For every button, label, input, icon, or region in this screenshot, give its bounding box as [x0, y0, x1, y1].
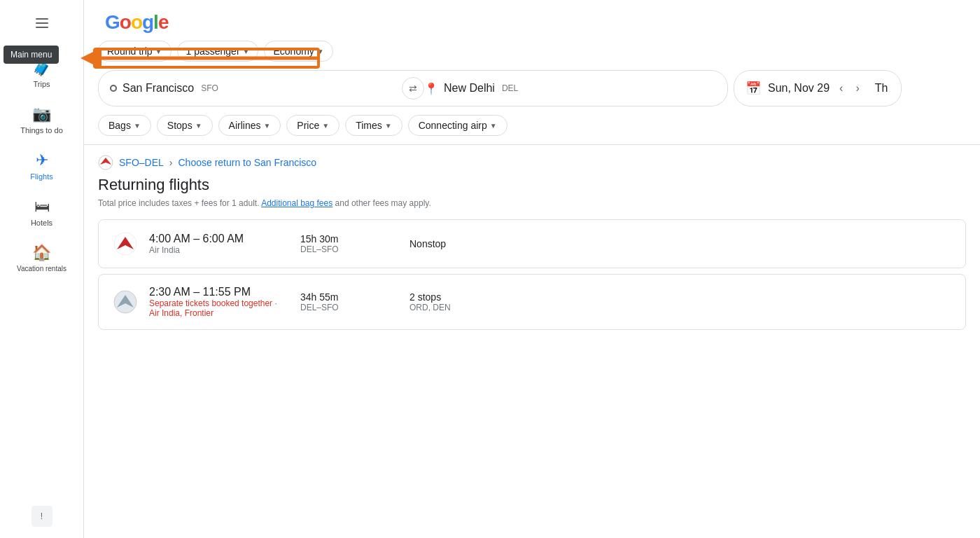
sidebar-item-vacation-rentals[interactable]: 🏠 Vacation rentals [4, 237, 79, 280]
sidebar-item-label-trips: Trips [33, 80, 50, 88]
search-row: San Francisco SFO ⇄ 📍 New Delhi DEL 📅 Su… [98, 70, 966, 106]
flight-2-stops-section: 2 stops ORD, DEN [410, 291, 493, 312]
flight-card-2[interactable]: 2:30 AM – 11:55 PM Separate tickets book… [98, 274, 966, 330]
search-box[interactable]: San Francisco SFO ⇄ 📍 New Delhi DEL [98, 70, 728, 106]
flight-2-route: DEL–SFO [300, 303, 398, 312]
trip-type-chevron: ▼ [155, 48, 162, 55]
origin-code: SFO [201, 83, 218, 93]
passengers-label: 1 passenger [186, 46, 240, 57]
flight-2-duration-section: 34h 55m DEL–SFO [300, 291, 398, 312]
flight-1-time-range: 4:00 AM – 6:00 AM [149, 233, 289, 245]
feedback-button[interactable]: ! [31, 506, 52, 527]
price-label: Price [297, 120, 319, 131]
cabin-class-button[interactable]: Economy ▼ [264, 41, 332, 62]
calendar-icon: 📅 [746, 81, 761, 96]
stops-filter-button[interactable]: Stops ▼ [157, 115, 213, 136]
cabin-class-chevron: ▼ [317, 48, 324, 55]
sidebar-item-label-things-to-do: Things to do [20, 126, 63, 134]
main-content: Google Round trip ▼ 1 passenger ▼ Econom… [84, 0, 980, 538]
flight-1-route: DEL–SFO [300, 244, 398, 254]
swap-icon: ⇄ [409, 83, 417, 94]
breadcrumb-next-link[interactable]: Choose return to San Francisco [178, 157, 316, 168]
times-filter-button[interactable]: Times ▼ [345, 115, 402, 136]
sidebar-item-label-flights: Flights [30, 172, 52, 181]
flight-1-stops: Nonstop [410, 238, 493, 249]
date-prev-button[interactable]: ‹ [836, 81, 846, 96]
airlines-label: Airlines [229, 120, 261, 131]
results-subtitle-text: Total price includes taxes + fees for 1 … [98, 198, 259, 208]
sidebar-item-flights[interactable]: ✈ Flights [4, 144, 79, 188]
airlines-filter-button[interactable]: Airlines ▼ [218, 115, 281, 136]
breadcrumb-route-link[interactable]: SFO–DEL [119, 157, 164, 168]
house-icon: 🏠 [32, 244, 51, 262]
departure-date: Sun, Nov 29 [768, 82, 830, 95]
breadcrumb-airline-icon [98, 155, 113, 170]
trip-type-label: Round trip [107, 46, 153, 57]
google-logo: Google [98, 11, 168, 34]
bag-fees-link[interactable]: Additional bag fees [261, 198, 332, 208]
passengers-chevron: ▼ [243, 48, 250, 55]
connecting-label: Connecting airp [419, 120, 487, 131]
flight-2-time-range: 2:30 AM – 11:55 PM [149, 286, 289, 298]
flight-2-duration: 34h 55m [300, 291, 398, 303]
times-label: Times [356, 120, 382, 131]
hamburger-button[interactable] [30, 13, 54, 34]
results-title: Returning flights [98, 176, 966, 194]
destination-text: New Delhi [444, 82, 495, 95]
date-next-button[interactable]: › [853, 81, 862, 96]
sidebar-item-label-vacation-rentals: Vacation rentals [17, 265, 66, 273]
origin-text: San Francisco [122, 82, 194, 95]
results-subtitle: Total price includes taxes + fees for 1 … [98, 198, 966, 208]
flight-2-separate-tickets-label: Separate tickets booked together · Air I… [149, 298, 289, 318]
flight-1-airline: Air India [149, 245, 289, 255]
trip-options-row: Round trip ▼ 1 passenger ▼ Economy ▼ [98, 41, 966, 62]
times-chevron: ▼ [385, 122, 392, 130]
results-subtitle-end: and other fees may apply. [335, 198, 431, 208]
flight-1-stops-section: Nonstop [410, 238, 493, 249]
sidebar-item-things-to-do[interactable]: 📷 Things to do [4, 98, 79, 142]
search-controls: Round trip ▼ 1 passenger ▼ Economy ▼ S [84, 41, 980, 144]
bags-label: Bags [108, 120, 131, 131]
sidebar: Main menu 🧳 Trips 📷 Things to do ✈ Fligh… [0, 0, 84, 538]
camera-icon: 📷 [32, 105, 51, 123]
sidebar-bottom: ! [31, 495, 52, 538]
origin-dot-icon [110, 85, 117, 92]
bags-filter-button[interactable]: Bags ▼ [98, 115, 151, 136]
flights-icon: ✈ [36, 151, 48, 170]
flight-1-duration-section: 15h 30m DEL–SFO [300, 233, 398, 254]
results-section: Returning flights Total price includes t… [84, 176, 980, 336]
flight-1-duration: 15h 30m [300, 233, 398, 244]
frontier-logo-2 [113, 289, 138, 315]
flight-card-1[interactable]: 4:00 AM – 6:00 AM Air India 15h 30m DEL–… [98, 219, 966, 268]
stops-chevron: ▼ [195, 122, 202, 130]
main-menu-tooltip: Main menu [4, 46, 59, 64]
flight-1-times: 4:00 AM – 6:00 AM Air India [149, 233, 289, 255]
flight-2-stops: 2 stops [410, 291, 493, 303]
flight-2-stops-detail: ORD, DEN [410, 303, 493, 312]
date-box[interactable]: 📅 Sun, Nov 29 ‹ › Th [734, 70, 902, 106]
airlines-chevron: ▼ [263, 122, 270, 130]
sidebar-nav: 🧳 Trips 📷 Things to do ✈ Flights 🛏 Hotel… [0, 52, 83, 280]
destination-section: 📍 New Delhi DEL [424, 82, 716, 95]
passengers-button[interactable]: 1 passenger ▼ [177, 41, 259, 62]
round-trip-button[interactable]: Round trip ▼ [98, 41, 172, 62]
stops-label: Stops [167, 120, 192, 131]
cabin-class-label: Economy [273, 46, 314, 57]
price-filter-button[interactable]: Price ▼ [286, 115, 340, 136]
price-chevron: ▼ [322, 122, 329, 130]
origin-section: San Francisco SFO [110, 82, 402, 95]
destination-code: DEL [502, 83, 518, 93]
destination-pin-icon: 📍 [424, 82, 438, 95]
connecting-chevron: ▼ [490, 122, 497, 130]
sidebar-item-hotels[interactable]: 🛏 Hotels [4, 191, 79, 234]
connecting-filter-button[interactable]: Connecting airp ▼ [408, 115, 507, 136]
hotel-icon: 🛏 [34, 198, 50, 216]
sidebar-item-label-hotels: Hotels [31, 219, 52, 227]
swap-button[interactable]: ⇄ [402, 77, 424, 99]
air-india-logo-1 [113, 231, 138, 256]
flight-2-times: 2:30 AM – 11:55 PM Separate tickets book… [149, 286, 289, 318]
breadcrumb-chevron-icon: › [169, 157, 173, 168]
breadcrumb: SFO–DEL › Choose return to San Francisco [84, 145, 980, 176]
filter-row: Bags ▼ Stops ▼ Airlines ▼ Price ▼ Times [98, 115, 966, 144]
bags-chevron: ▼ [134, 122, 141, 130]
